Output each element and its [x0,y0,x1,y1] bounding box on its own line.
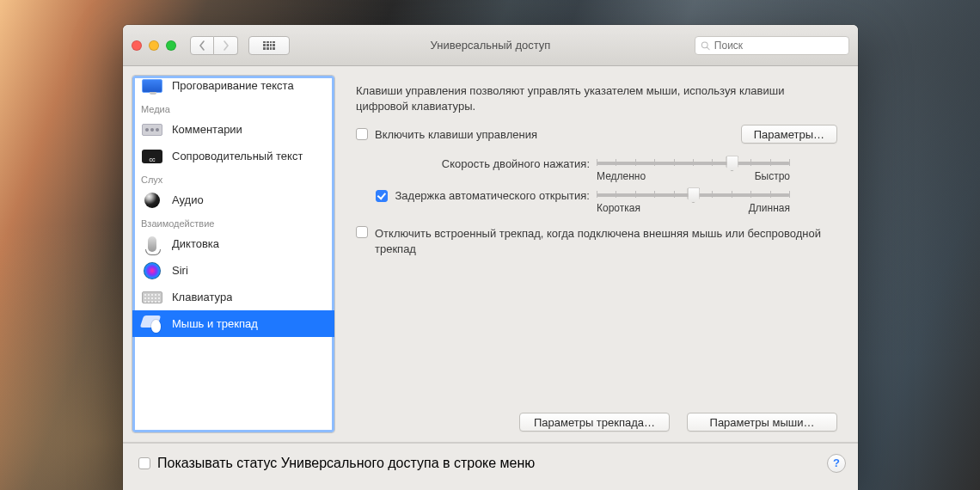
enable-mouse-keys-label: Включить клавиши управления [375,128,537,141]
sidebar-item-label: Диктовка [172,237,219,250]
help-icon: ? [833,456,840,469]
grid-icon [263,41,275,50]
sidebar-item-label: Клавиатура [172,291,232,303]
monitor-icon [142,79,162,93]
slider-knob[interactable] [726,156,738,171]
search-input[interactable] [714,40,843,52]
sidebar-group-media: Медиа [132,99,334,116]
mic-icon [148,236,156,252]
button-label: Параметры… [754,128,824,141]
mouse-trackpad-icon [142,315,162,333]
sidebar-item-audio[interactable]: Аудио [132,187,334,213]
back-button[interactable] [190,36,214,55]
sidebar-group-interaction: Взаимодействие [132,213,334,230]
mouse-options-button[interactable]: Параметры мыши… [687,413,837,432]
footer: Показывать статус Универсального доступа… [123,443,858,482]
sidebar-item-label: Siri [172,264,188,277]
slider-min-label: Медленно [597,170,646,182]
spring-loading-label: Задержка автоматического открытия: [395,189,590,202]
double-click-speed-slider[interactable] [597,162,790,165]
sidebar-item-label: Мышь и трекпад [172,317,258,330]
slider-max-label: Длинная [749,202,790,214]
minimize-window-button[interactable] [149,40,159,51]
forward-button[interactable] [214,36,238,55]
titlebar: Универсальный доступ [123,25,858,66]
slider-max-label: Быстро [755,170,790,182]
mouse-keys-options-button[interactable]: Параметры… [741,125,837,144]
description-icon [142,124,162,136]
double-click-speed-label: Скорость двойного нажатия: [356,156,597,170]
sidebar-item-keyboard[interactable]: Клавиатура [132,284,334,310]
chevron-left-icon [199,40,205,51]
sidebar-item-label: Проговаривание текста [172,79,294,92]
sidebar-item-label: Сопроводительный текст [172,150,303,162]
sidebar-item-label: Аудио [172,193,204,206]
sidebar-item-mouse-trackpad[interactable]: Мышь и трекпад [132,310,334,337]
ignore-trackpad-checkbox[interactable] [356,226,368,238]
search-icon [701,40,710,51]
spring-loading-checkbox[interactable] [376,190,388,202]
sidebar: Проговаривание текста Медиа Комментарии … [132,75,335,433]
window-controls [132,40,176,51]
sidebar-group-hearing: Слух [132,169,334,187]
help-button[interactable]: ? [827,454,846,473]
trackpad-options-button[interactable]: Параметры трекпада… [519,413,670,432]
svg-line-1 [707,47,709,50]
close-window-button[interactable] [132,40,142,51]
show-all-button[interactable] [248,36,290,55]
sidebar-item-siri[interactable]: Siri [132,257,334,284]
spring-loading-delay-slider[interactable] [597,193,790,197]
show-in-menubar-label: Показывать статус Универсального доступа… [157,456,535,471]
button-label: Параметры мыши… [710,416,815,429]
keyboard-icon [142,291,162,303]
sidebar-item-dictation[interactable]: Диктовка [132,230,334,257]
enable-mouse-keys-checkbox[interactable] [356,128,368,140]
sidebar-item-comments[interactable]: Комментарии [132,116,334,143]
zoom-window-button[interactable] [166,40,176,51]
sidebar-item-speech[interactable]: Проговаривание текста [132,75,334,99]
content-pane: Клавиши управления позволяют управлять у… [335,66,858,442]
show-in-menubar-checkbox[interactable] [138,457,150,469]
slider-min-label: Короткая [597,202,640,214]
button-label: Параметры трекпада… [534,416,655,429]
ignore-trackpad-label: Отключить встроенный трекпад, когда подк… [375,226,837,256]
speaker-icon [144,193,160,208]
sidebar-item-label: Комментарии [172,123,242,136]
chevron-right-icon [223,40,230,51]
captions-icon: cc [142,150,162,163]
sidebar-item-captions[interactable]: cc Сопроводительный текст [132,143,334,169]
siri-icon [144,262,161,279]
search-field[interactable] [695,36,849,55]
preferences-window: Универсальный доступ Проговаривание текс… [123,25,858,490]
nav-back-forward [190,36,238,55]
mouse-keys-description: Клавиши управления позволяют управлять у… [356,83,837,114]
slider-knob[interactable] [687,187,700,203]
